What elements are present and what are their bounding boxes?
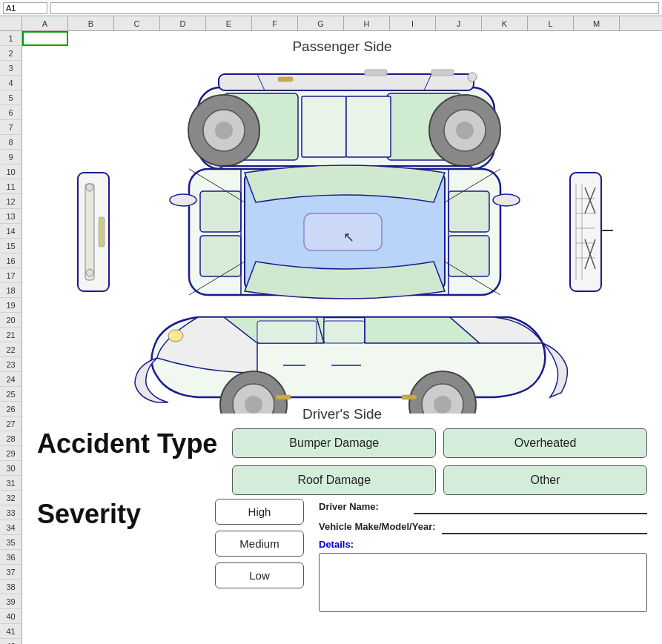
row-13[interactable]: 13 [0,209,21,224]
row-14[interactable]: 14 [0,224,21,239]
severity-label: Severity [37,499,200,530]
svg-rect-44 [448,236,489,276]
col-header-l[interactable]: L [528,16,574,30]
row-5[interactable]: 5 [0,90,21,105]
driver-name-input[interactable] [414,499,647,514]
col-header-k[interactable]: K [482,16,528,30]
driver-name-label: Driver Name: [319,501,408,512]
row-3[interactable]: 3 [0,61,21,76]
row-34[interactable]: 34 [0,520,21,535]
row-17[interactable]: 17 [0,268,21,283]
high-button[interactable]: High [215,499,304,525]
medium-button[interactable]: Medium [215,531,304,557]
driver-name-row: Driver Name: [319,499,647,514]
row-7[interactable]: 7 [0,120,21,135]
form-fields: Driver Name: Vehicle Make/Model/Year: De… [319,499,647,615]
row-8[interactable]: 8 [0,135,21,150]
row-39[interactable]: 39 [0,594,21,609]
row-12[interactable]: 12 [0,194,21,209]
row-6[interactable]: 6 [0,105,21,120]
row-numbers: 1 2 3 4 5 6 7 8 9 10 11 12 13 14 15 16 1… [0,31,22,644]
row-28[interactable]: 28 [0,431,21,446]
vehicle-row: Vehicle Make/Model/Year: [319,519,647,534]
row-29[interactable]: 29 [0,446,21,461]
svg-rect-11 [219,74,474,90]
col-header-c[interactable]: C [114,16,160,30]
row-42[interactable]: 42 [0,639,21,644]
col-header-h[interactable]: H [344,16,390,30]
row-35[interactable]: 35 [0,535,21,550]
svg-point-59 [245,396,262,414]
row-2[interactable]: 2 [0,46,21,61]
svg-rect-16 [365,70,387,76]
formula-input[interactable] [50,2,659,14]
details-label: Details: [319,539,647,550]
row-11[interactable]: 11 [0,179,21,194]
bumper-damage-button[interactable]: Bumper Damage [232,428,436,458]
severity-buttons: High Medium Low [215,499,304,588]
row-10[interactable]: 10 [0,165,21,179]
col-header-j[interactable]: J [436,16,482,30]
col-header-f[interactable]: F [252,16,298,30]
row-22[interactable]: 22 [0,342,21,357]
svg-point-10 [456,122,474,139]
overheated-button[interactable]: Overheated [443,428,647,458]
row-9[interactable]: 9 [0,150,21,165]
row-37[interactable]: 37 [0,565,21,580]
corner-cell [0,16,22,30]
excel-wrapper: A B C D E F G H I J K L M 1 2 3 4 5 6 7 … [0,0,662,644]
row-25[interactable]: 25 [0,387,21,402]
row-18[interactable]: 18 [0,283,21,298]
row-41[interactable]: 41 [0,624,21,639]
svg-point-62 [434,396,451,414]
row-32[interactable]: 32 [0,491,21,505]
details-row: Details: [319,539,647,615]
sheet-content: Passenger Side [22,31,662,644]
car-diagram-svg: ↖ [72,58,613,414]
svg-rect-41 [200,191,241,232]
row-30[interactable]: 30 [0,461,21,476]
svg-rect-17 [431,70,454,76]
svg-rect-22 [85,184,94,280]
formula-bar [0,0,662,16]
row-1[interactable]: 1 [0,31,21,46]
row-4[interactable]: 4 [0,76,21,90]
col-header-g[interactable]: G [298,16,344,30]
svg-point-53 [170,194,196,206]
row-24[interactable]: 24 [0,372,21,387]
name-box[interactable] [3,2,47,14]
severity-form-row: Severity High Medium Low Driver Name: Ve… [37,499,647,615]
svg-point-23 [86,184,93,191]
col-header-b[interactable]: B [68,16,114,30]
row-16[interactable]: 16 [0,253,21,268]
col-header-a[interactable]: A [22,16,68,30]
row-38[interactable]: 38 [0,580,21,594]
other-button[interactable]: Other [443,465,647,495]
passenger-side-label: Passenger Side [37,39,647,55]
row-36[interactable]: 36 [0,550,21,565]
content-area: Passenger Side [22,31,662,623]
svg-point-54 [493,194,520,206]
details-textarea[interactable] [319,553,647,612]
low-button[interactable]: Low [215,562,304,588]
roof-damage-button[interactable]: Roof Damage [232,465,436,495]
row-15[interactable]: 15 [0,239,21,253]
svg-text:↖: ↖ [343,230,354,245]
row-33[interactable]: 33 [0,505,21,520]
row-31[interactable]: 31 [0,476,21,491]
col-header-i[interactable]: I [390,16,436,30]
col-header-e[interactable]: E [206,16,252,30]
col-header-m[interactable]: M [574,16,620,30]
row-21[interactable]: 21 [0,328,21,342]
row-27[interactable]: 27 [0,416,21,431]
row-20[interactable]: 20 [0,313,21,328]
row-40[interactable]: 40 [0,609,21,624]
svg-rect-55 [257,321,317,343]
row-26[interactable]: 26 [0,402,21,416]
row-19[interactable]: 19 [0,298,21,313]
accident-type-row: Accident Type Bumper Damage Overheated R… [37,428,647,495]
col-header-d[interactable]: D [160,16,206,30]
vehicle-input[interactable] [442,519,647,534]
row-23[interactable]: 23 [0,357,21,372]
svg-point-24 [86,269,93,276]
